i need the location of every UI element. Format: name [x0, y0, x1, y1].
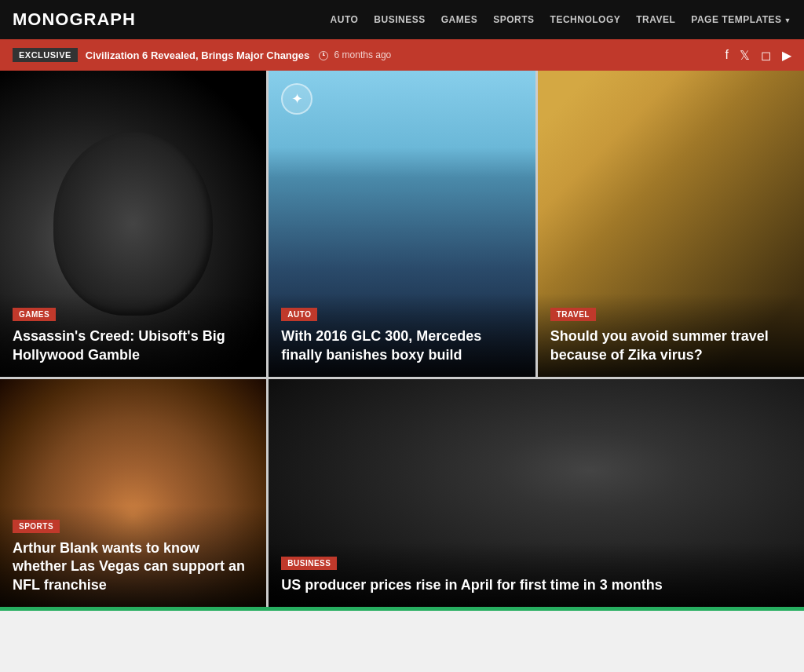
clock-icon — [319, 51, 328, 60]
main-grid: GAMES Assassin's Creed: Ubisoft's Big Ho… — [0, 71, 804, 607]
auto-overlay: AUTO With 2016 GLC 300, Mercedes finally… — [269, 294, 535, 377]
breaking-left: EXCLUSIVE Civilization 6 Revealed, Bring… — [13, 48, 391, 62]
instagram-icon[interactable]: ◻ — [761, 48, 771, 63]
article-card-auto[interactable]: ✦ AUTO With 2016 GLC 300, Mercedes final… — [269, 71, 535, 377]
site-logo: MONOGRAPH — [13, 9, 136, 30]
article-card-business[interactable]: BUSINESS US producer prices rise in Apri… — [269, 379, 804, 607]
nav-business[interactable]: BUSINESS — [374, 14, 425, 25]
sports-overlay: SPORTS Arthur Blank wants to know whethe… — [0, 506, 266, 607]
business-overlay: BUSINESS US producer prices rise in Apri… — [269, 542, 804, 607]
nav-sports[interactable]: SPORTS — [493, 14, 534, 25]
travel-title: Should you avoid summer travel because o… — [550, 327, 791, 364]
article-card-travel[interactable]: TRAVEL Should you avoid summer travel be… — [538, 71, 804, 377]
bottom-accent-bar — [0, 607, 804, 611]
nav-auto[interactable]: AUTO — [331, 14, 359, 25]
nav-page-templates[interactable]: PAGE TEMPLATES — [691, 14, 791, 25]
site-header: MONOGRAPH AUTO BUSINESS GAMES SPORTS TEC… — [0, 0, 804, 39]
article-card-games[interactable]: GAMES Assassin's Creed: Ubisoft's Big Ho… — [0, 71, 266, 377]
business-title: US producer prices rise in April for fir… — [281, 576, 791, 594]
nav-technology[interactable]: TECHNOLOGY — [550, 14, 621, 25]
youtube-icon[interactable]: ▶ — [782, 48, 791, 63]
nav-games[interactable]: GAMES — [441, 14, 478, 25]
social-icons-bar: f 𝕏 ◻ ▶ — [725, 48, 791, 63]
sports-category[interactable]: SPORTS — [13, 520, 60, 533]
games-category[interactable]: GAMES — [13, 308, 56, 321]
games-overlay: GAMES Assassin's Creed: Ubisoft's Big Ho… — [0, 294, 266, 377]
breaking-headline[interactable]: Civilization 6 Revealed, Brings Major Ch… — [86, 49, 309, 61]
breaking-time: 6 months ago — [319, 49, 391, 60]
auto-category[interactable]: AUTO — [281, 308, 317, 321]
sports-title: Arthur Blank wants to know whether Las V… — [13, 539, 254, 594]
twitter-icon[interactable]: 𝕏 — [740, 48, 750, 63]
auto-title: With 2016 GLC 300, Mercedes finally bani… — [281, 327, 522, 364]
breaking-bar: EXCLUSIVE Civilization 6 Revealed, Bring… — [0, 39, 804, 71]
facebook-icon[interactable]: f — [725, 48, 729, 62]
article-card-sports[interactable]: SPORTS Arthur Blank wants to know whethe… — [0, 379, 266, 607]
travel-overlay: TRAVEL Should you avoid summer travel be… — [538, 294, 804, 377]
nav-travel[interactable]: TRAVEL — [636, 14, 675, 25]
business-category[interactable]: BUSINESS — [281, 557, 337, 570]
exclusive-badge: EXCLUSIVE — [13, 48, 78, 62]
travel-category[interactable]: TRAVEL — [550, 308, 596, 321]
games-title: Assassin's Creed: Ubisoft's Big Hollywoo… — [13, 327, 254, 364]
main-nav: AUTO BUSINESS GAMES SPORTS TECHNOLOGY TR… — [331, 14, 791, 25]
